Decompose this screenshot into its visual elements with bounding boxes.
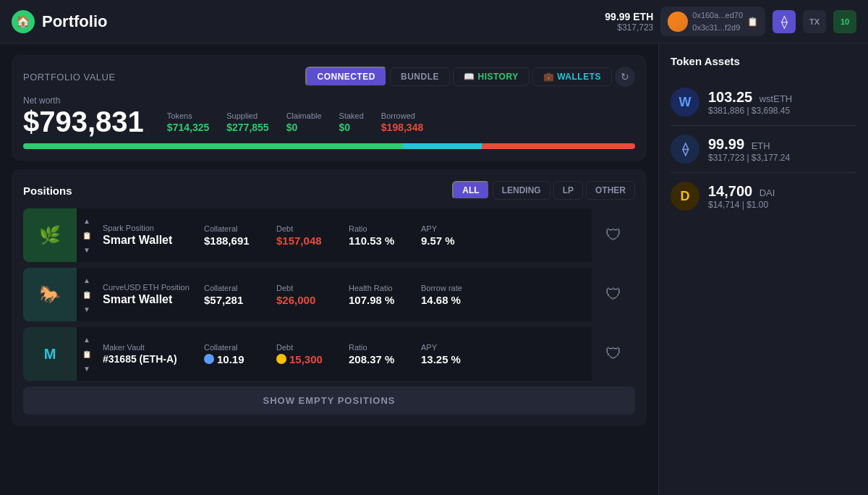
book-icon: 📖 — [464, 72, 475, 82]
wsteth-icon: W — [671, 88, 699, 117]
app-title: Portfolio — [42, 12, 107, 31]
filter-all[interactable]: ALL — [452, 181, 489, 200]
portfolio-header: Portfolio value CONNECTED BUNDLE 📖 HISTO… — [23, 67, 635, 87]
wsteth-info: 103.25 wstETH $381,886 | $3,698.45 — [708, 88, 792, 116]
curve-icon-1[interactable]: ▲ — [81, 274, 93, 286]
wallet-eth-amount: 99.99 ETH — [605, 11, 653, 22]
dai-amount: 14,700 DAI — [708, 182, 775, 200]
wallet-address-block[interactable]: 0x160a...ed70 0x3c31...f2d9 📋 — [660, 7, 765, 36]
portfolio-value-label: Portfolio value — [23, 72, 116, 82]
maker-apy: APY 13.25% — [415, 343, 488, 365]
curve-debt: Debt $26,000 — [271, 284, 343, 306]
spark-shield[interactable]: 🛡 — [592, 208, 635, 262]
positions-header: Positions ALL LENDING LP OTHER — [23, 181, 635, 200]
portfolio-progress-bar — [23, 143, 635, 149]
dai-icon: D — [671, 182, 699, 211]
header: 🏠 Portfolio 99.99 ETH $317,723 0x160a...… — [0, 0, 868, 43]
spark-icon-2[interactable]: 📋 — [81, 229, 93, 241]
token-assets-title: Token Assets — [671, 55, 856, 67]
maker-debt: Debt 15,300 — [271, 343, 343, 365]
show-empty-positions-button[interactable]: SHOW EMPTY POSITIONS — [23, 386, 635, 415]
address1: 0x160a...ed70 — [692, 9, 743, 22]
curve-icon-3[interactable]: ▼ — [81, 303, 93, 315]
maker-shield[interactable]: 🛡 — [592, 327, 635, 381]
positions-title: Positions — [23, 185, 72, 197]
home-icon[interactable]: 🏠 — [12, 10, 35, 33]
right-panel: Token Assets W 103.25 wstETH $381,886 | … — [658, 43, 868, 495]
collateral-coin-icon — [204, 354, 214, 364]
net-worth-stats: Tokens $714,325 Supplied $277,855 Claima… — [167, 111, 423, 136]
curve-collateral: Collateral $57,281 — [198, 284, 271, 306]
token-item-eth: ⟠ 99.99 ETH $317,723 | $3,177.24 — [671, 126, 856, 173]
stat-borrowed: Borrowed $198,348 — [381, 111, 423, 133]
dai-usd: $14,714 | $1.00 — [708, 200, 775, 210]
curve-icon-2[interactable]: 📋 — [81, 289, 93, 300]
filter-other[interactable]: OTHER — [586, 181, 635, 200]
debt-coin-icon — [276, 354, 286, 364]
portfolio-tabs: CONNECTED BUNDLE 📖 HISTORY 💼 WALLETS ↻ — [305, 67, 635, 87]
maker-ratio: Ratio 208.37% — [343, 343, 415, 365]
filter-lending[interactable]: LENDING — [493, 181, 550, 200]
maker-icon-1[interactable]: ▲ — [81, 334, 93, 345]
eth-amount: 99.99 ETH — [708, 135, 790, 153]
wallet-icon: 💼 — [543, 72, 555, 82]
maker-icon-2[interactable]: 📋 — [81, 348, 93, 360]
portfolio-section: Portfolio value CONNECTED BUNDLE 📖 HISTO… — [12, 55, 647, 161]
eth-info: 99.99 ETH $317,723 | $3,177.24 — [708, 135, 790, 163]
eth-usd: $317,723 | $3,177.24 — [708, 153, 790, 163]
stat-supplied: Supplied $277,855 — [226, 111, 268, 133]
address2: 0x3c31...f2d9 — [692, 22, 743, 34]
tx-button[interactable]: TX — [803, 10, 826, 33]
wallet-balance: 99.99 ETH $317,723 — [605, 11, 653, 33]
refresh-button[interactable]: ↻ — [615, 67, 635, 87]
wsteth-amount: 103.25 wstETH — [708, 88, 792, 106]
spark-side-icons: ▲ 📋 ▼ — [77, 215, 97, 255]
token-item-dai: D 14,700 DAI $14,714 | $1.00 — [671, 173, 856, 219]
main-layout: Portfolio value CONNECTED BUNDLE 📖 HISTO… — [0, 43, 868, 495]
wsteth-usd: $381,886 | $3,698.45 — [708, 106, 792, 116]
maker-icon: M — [23, 327, 77, 381]
position-row-maker: M ▲ 📋 ▼ Maker Vault #31685 (ETH-A) Colla… — [23, 327, 635, 381]
net-worth-label: Net worth — [23, 96, 144, 106]
position-row-curve: 🐎 ▲ 📋 ▼ CurveUSD ETH Position Smart Wall… — [23, 268, 635, 321]
tab-history[interactable]: 📖 HISTORY — [453, 67, 529, 86]
stat-tokens: Tokens $714,325 — [167, 111, 209, 133]
spark-collateral: Collateral $188,691 — [198, 224, 271, 247]
curve-shield[interactable]: 🛡 — [592, 268, 635, 321]
logo-area: 🏠 Portfolio — [12, 10, 605, 33]
positions-section: Positions ALL LENDING LP OTHER 🌿 ▲ 📋 ▼ S… — [12, 169, 647, 426]
curve-borrow-rate: Borrow rate 14.68% — [415, 284, 488, 306]
net-worth-value: $793,831 — [23, 107, 144, 136]
maker-collateral: Collateral 10.19 — [198, 343, 271, 365]
curve-name: CurveUSD ETH Position Smart Wallet — [97, 283, 198, 306]
progress-red — [482, 143, 635, 149]
tab-connected[interactable]: CONNECTED — [305, 67, 387, 87]
token-item-wsteth: W 103.25 wstETH $381,886 | $3,698.45 — [671, 79, 856, 126]
maker-name: Maker Vault #31685 (ETH-A) — [97, 343, 198, 365]
curve-side-icons: ▲ 📋 ▼ — [77, 274, 97, 315]
net-worth-block: Net worth $793,831 — [23, 96, 144, 136]
stat-claimable: Claimable $0 — [286, 111, 322, 133]
copy-icon[interactable]: 📋 — [747, 17, 758, 27]
tab-bundle[interactable]: BUNDLE — [390, 67, 450, 86]
spark-name: Spark Position Smart Wallet — [97, 224, 198, 247]
position-row-spark: 🌿 ▲ 📋 ▼ Spark Position Smart Wallet Coll… — [23, 208, 635, 262]
curve-ratio: Health Ratio 107.98% — [343, 284, 415, 306]
spark-apy: APY 9.57% — [415, 224, 488, 247]
eth-network-button[interactable]: ⟠ — [773, 10, 796, 33]
spark-icon-1[interactable]: ▲ — [81, 215, 93, 227]
eth-icon: ⟠ — [671, 135, 699, 164]
spark-icon-3[interactable]: ▼ — [81, 244, 93, 255]
stat-staked: Staked $0 — [339, 111, 364, 133]
wallet-usd-amount: $317,723 — [605, 22, 653, 33]
spark-debt: Debt $157,048 — [271, 224, 343, 247]
filter-tabs: ALL LENDING LP OTHER — [452, 181, 635, 200]
maker-icon-3[interactable]: ▼ — [81, 363, 93, 374]
tab-wallets[interactable]: 💼 WALLETS — [532, 67, 612, 86]
wallet-addresses: 0x160a...ed70 0x3c31...f2d9 — [692, 9, 743, 33]
filter-lp[interactable]: LP — [553, 181, 583, 200]
maker-side-icons: ▲ 📋 ▼ — [77, 334, 97, 374]
progress-teal — [403, 143, 482, 149]
notification-button[interactable]: 10 — [833, 10, 856, 33]
net-worth-row: Net worth $793,831 Tokens $714,325 Suppl… — [23, 96, 635, 136]
